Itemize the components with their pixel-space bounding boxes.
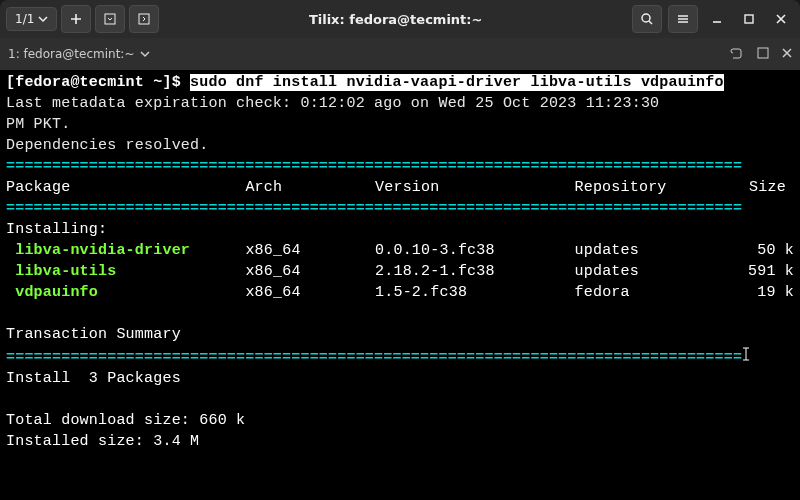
maximize-pane-button[interactable]	[756, 46, 770, 63]
close-pane-button[interactable]	[782, 47, 792, 61]
package-version: 2.18.2-1.fc38	[375, 261, 575, 282]
titlebar-right-cluster	[632, 5, 794, 33]
transaction-summary: Transaction Summary	[6, 324, 794, 345]
shell-command: sudo dnf install nvidia-vaapi-driver lib…	[190, 74, 724, 91]
svg-point-2	[642, 14, 650, 22]
terminal-tab[interactable]: 1: fedora@tecmint:~	[8, 47, 150, 61]
divider-line: ========================================…	[6, 198, 794, 219]
maximize-pane-icon	[756, 46, 770, 60]
scroll-icon	[730, 46, 744, 60]
col-version: Version	[375, 177, 574, 198]
shell-prompt: [fedora@tecmint ~]$	[6, 74, 190, 91]
package-size: 50 k	[729, 240, 794, 261]
deps-resolved: Dependencies resolved.	[6, 135, 794, 156]
package-arch: x86_64	[245, 282, 375, 303]
split-right-button[interactable]	[129, 5, 159, 33]
divider-line: ========================================…	[6, 345, 794, 368]
svg-rect-0	[105, 14, 115, 24]
chevron-down-icon	[140, 49, 150, 59]
page-counter-label: 1/1	[15, 12, 34, 26]
close-window-button[interactable]	[768, 6, 794, 32]
minimize-icon	[711, 13, 723, 25]
metadata-line: Last metadata expiration check: 0:12:02 …	[6, 93, 794, 114]
terminal-tab-label: 1: fedora@tecmint:~	[8, 47, 134, 61]
package-version: 0.0.10-3.fc38	[375, 240, 575, 261]
new-session-button[interactable]	[61, 5, 91, 33]
minimize-button[interactable]	[704, 6, 730, 32]
package-name: libva-nvidia-driver	[15, 242, 190, 259]
app-menu-button[interactable]	[668, 5, 698, 33]
table-row: libva-nvidia-driver x86_64 0.0.10-3.fc38…	[6, 240, 794, 261]
table-header-row: Package Arch Version Repository Size	[6, 177, 794, 198]
split-right-icon	[137, 12, 151, 26]
table-row: vdpauinfo x86_64 1.5-2.fc38 fedora 19 k	[6, 282, 794, 303]
readonly-toggle[interactable]	[730, 46, 744, 63]
package-name: libva-utils	[15, 263, 116, 280]
installed-size: Installed size: 3.4 M	[6, 431, 794, 452]
search-icon	[640, 12, 654, 26]
package-repo: updates	[575, 261, 730, 282]
svg-rect-4	[758, 48, 768, 58]
package-name: vdpauinfo	[15, 284, 98, 301]
hamburger-icon	[676, 12, 690, 26]
install-count: Install 3 Packages	[6, 368, 794, 389]
blank-line	[6, 389, 794, 410]
package-repo: updates	[575, 240, 730, 261]
split-down-button[interactable]	[95, 5, 125, 33]
terminal-viewport[interactable]: [fedora@tecmint ~]$ sudo dnf install nvi…	[0, 70, 800, 500]
package-size: 19 k	[729, 282, 794, 303]
col-size: Size	[729, 177, 794, 198]
package-version: 1.5-2.fc38	[375, 282, 575, 303]
terminal-tab-bar: 1: fedora@tecmint:~	[0, 38, 800, 70]
package-arch: x86_64	[245, 240, 375, 261]
col-repo: Repository	[575, 177, 730, 198]
package-size: 591 k	[729, 261, 794, 282]
close-icon	[782, 48, 792, 58]
maximize-icon	[743, 13, 755, 25]
divider-line: ========================================…	[6, 156, 794, 177]
svg-rect-3	[745, 15, 753, 23]
package-repo: fedora	[575, 282, 730, 303]
col-arch: Arch	[245, 177, 375, 198]
chevron-down-icon	[38, 14, 48, 24]
page-cluster: 1/1	[6, 5, 159, 33]
split-down-icon	[103, 12, 117, 26]
download-size: Total download size: 660 k	[6, 410, 794, 431]
title-bar: 1/1 Tilix: fedora@tecmint:~	[0, 0, 800, 38]
close-icon	[775, 13, 787, 25]
plus-icon	[69, 12, 83, 26]
session-page-dropdown[interactable]: 1/1	[6, 7, 57, 31]
text-cursor-icon	[742, 346, 750, 369]
col-package: Package	[6, 177, 245, 198]
metadata-line: PM PKT.	[6, 114, 794, 135]
search-button[interactable]	[632, 5, 662, 33]
installing-label: Installing:	[6, 219, 794, 240]
package-arch: x86_64	[245, 261, 375, 282]
table-row: libva-utils x86_64 2.18.2-1.fc38 updates…	[6, 261, 794, 282]
window-title: Tilix: fedora@tecmint:~	[165, 12, 626, 27]
blank-line	[6, 303, 794, 324]
svg-rect-1	[139, 14, 149, 24]
maximize-button[interactable]	[736, 6, 762, 32]
prompt-line: [fedora@tecmint ~]$ sudo dnf install nvi…	[6, 72, 794, 93]
